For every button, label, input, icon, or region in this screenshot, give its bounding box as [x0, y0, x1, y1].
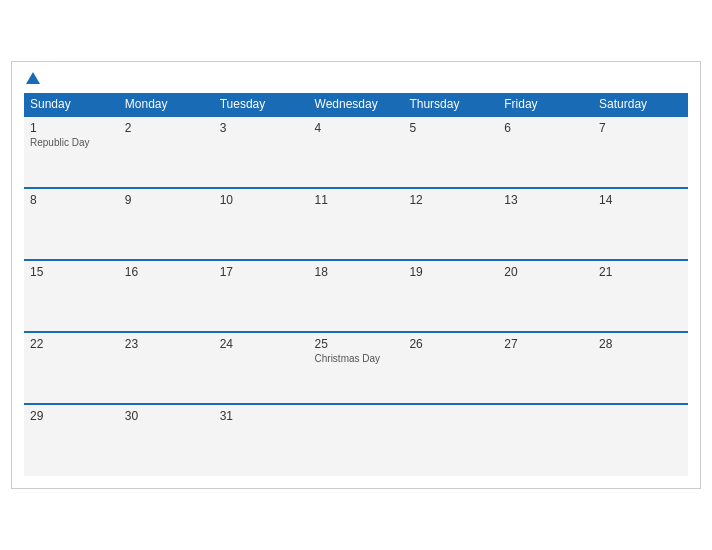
day-number: 7: [599, 121, 682, 135]
week-row-4: 22232425Christmas Day262728: [24, 332, 688, 404]
calendar-cell: [309, 404, 404, 476]
weekday-header-sunday: Sunday: [24, 93, 119, 116]
calendar-cell: [498, 404, 593, 476]
day-number: 8: [30, 193, 113, 207]
calendar-cell: 14: [593, 188, 688, 260]
calendar-cell: 30: [119, 404, 214, 476]
calendar-cell: 28: [593, 332, 688, 404]
day-number: 20: [504, 265, 587, 279]
day-number: 11: [315, 193, 398, 207]
day-number: 19: [409, 265, 492, 279]
calendar-cell: 7: [593, 116, 688, 188]
weekday-header-wednesday: Wednesday: [309, 93, 404, 116]
calendar-cell: 21: [593, 260, 688, 332]
day-number: 25: [315, 337, 398, 351]
weekday-header-thursday: Thursday: [403, 93, 498, 116]
day-number: 6: [504, 121, 587, 135]
calendar-cell: 25Christmas Day: [309, 332, 404, 404]
calendar-cell: 29: [24, 404, 119, 476]
calendar-cell: 10: [214, 188, 309, 260]
calendar-cell: 23: [119, 332, 214, 404]
calendar-cell: 12: [403, 188, 498, 260]
day-number: 23: [125, 337, 208, 351]
weekday-header-monday: Monday: [119, 93, 214, 116]
calendar-cell: 24: [214, 332, 309, 404]
day-event: Christmas Day: [315, 353, 398, 364]
week-row-3: 15161718192021: [24, 260, 688, 332]
calendar-table: SundayMondayTuesdayWednesdayThursdayFrid…: [24, 93, 688, 476]
calendar-cell: 17: [214, 260, 309, 332]
logo-blue-text: [24, 72, 40, 85]
calendar-cell: 6: [498, 116, 593, 188]
weekday-header-friday: Friday: [498, 93, 593, 116]
calendar-cell: 27: [498, 332, 593, 404]
calendar-cell: 13: [498, 188, 593, 260]
day-number: 24: [220, 337, 303, 351]
day-number: 18: [315, 265, 398, 279]
calendar-cell: 26: [403, 332, 498, 404]
calendar-container: SundayMondayTuesdayWednesdayThursdayFrid…: [11, 61, 701, 489]
week-row-1: 1Republic Day234567: [24, 116, 688, 188]
calendar-cell: 1Republic Day: [24, 116, 119, 188]
week-row-2: 891011121314: [24, 188, 688, 260]
day-number: 4: [315, 121, 398, 135]
calendar-cell: 20: [498, 260, 593, 332]
day-number: 27: [504, 337, 587, 351]
day-event: Republic Day: [30, 137, 113, 148]
calendar-cell: 31: [214, 404, 309, 476]
day-number: 1: [30, 121, 113, 135]
day-number: 5: [409, 121, 492, 135]
day-number: 29: [30, 409, 113, 423]
calendar-cell: [593, 404, 688, 476]
day-number: 13: [504, 193, 587, 207]
calendar-cell: [403, 404, 498, 476]
logo: [24, 72, 40, 85]
day-number: 15: [30, 265, 113, 279]
calendar-cell: 19: [403, 260, 498, 332]
day-number: 14: [599, 193, 682, 207]
day-number: 12: [409, 193, 492, 207]
day-number: 31: [220, 409, 303, 423]
calendar-cell: 16: [119, 260, 214, 332]
calendar-cell: 11: [309, 188, 404, 260]
day-number: 30: [125, 409, 208, 423]
weekday-header-saturday: Saturday: [593, 93, 688, 116]
calendar-cell: 4: [309, 116, 404, 188]
day-number: 26: [409, 337, 492, 351]
calendar-cell: 5: [403, 116, 498, 188]
day-number: 3: [220, 121, 303, 135]
day-number: 10: [220, 193, 303, 207]
day-number: 9: [125, 193, 208, 207]
day-number: 21: [599, 265, 682, 279]
week-row-5: 293031: [24, 404, 688, 476]
day-number: 2: [125, 121, 208, 135]
weekday-header-tuesday: Tuesday: [214, 93, 309, 116]
day-number: 17: [220, 265, 303, 279]
day-number: 16: [125, 265, 208, 279]
logo-triangle-icon: [26, 72, 40, 84]
calendar-cell: 9: [119, 188, 214, 260]
day-number: 28: [599, 337, 682, 351]
calendar-header: [24, 72, 688, 85]
calendar-cell: 15: [24, 260, 119, 332]
calendar-cell: 22: [24, 332, 119, 404]
weekday-header-row: SundayMondayTuesdayWednesdayThursdayFrid…: [24, 93, 688, 116]
calendar-cell: 18: [309, 260, 404, 332]
calendar-cell: 3: [214, 116, 309, 188]
calendar-cell: 8: [24, 188, 119, 260]
calendar-cell: 2: [119, 116, 214, 188]
day-number: 22: [30, 337, 113, 351]
